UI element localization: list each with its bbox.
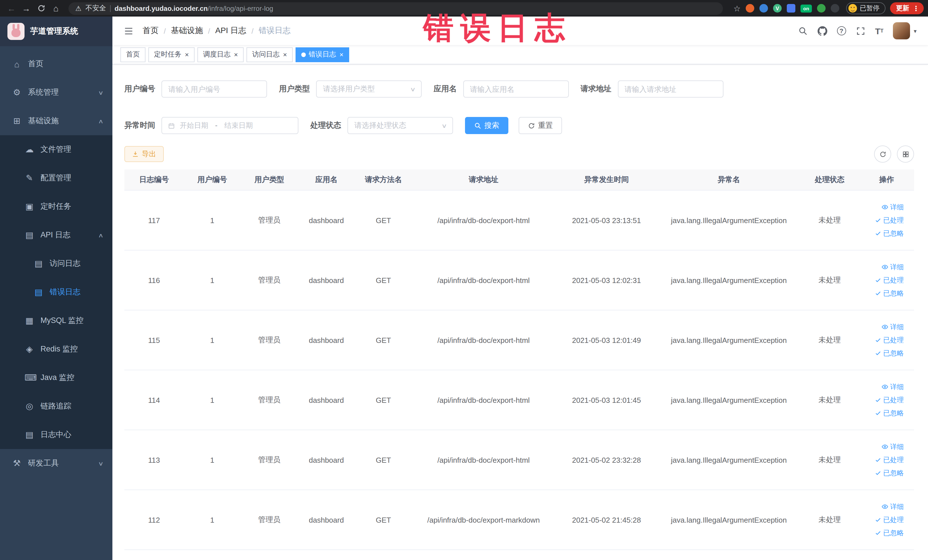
request-url-label: 请求地址 bbox=[580, 84, 611, 94]
back-icon[interactable]: ← bbox=[5, 2, 18, 15]
export-button[interactable]: 导出 bbox=[124, 146, 163, 162]
detail-link[interactable]: 详细 bbox=[882, 500, 904, 513]
column-settings-button[interactable] bbox=[897, 145, 914, 163]
ignored-link[interactable]: 已忽略 bbox=[875, 347, 904, 359]
process-status-select[interactable]: 请选择处理状态 ∨ bbox=[348, 117, 453, 134]
breadcrumb-home[interactable]: 首页 bbox=[143, 26, 159, 36]
tab-1[interactable]: 定时任务× bbox=[148, 47, 195, 62]
sidebar-item-infrastructure[interactable]: ⊞基础设施∧ bbox=[0, 107, 112, 135]
detail-link[interactable]: 详细 bbox=[882, 381, 904, 393]
user-id-input[interactable] bbox=[162, 81, 267, 98]
extension-orange-icon[interactable] bbox=[746, 4, 754, 12]
cell-time: 2021-05-02 23:32:28 bbox=[555, 430, 658, 490]
ignored-link[interactable]: 已忽略 bbox=[875, 227, 904, 240]
tab-close-icon[interactable]: × bbox=[339, 50, 343, 58]
cell-id: 114 bbox=[124, 370, 184, 430]
extension-on-icon[interactable]: on bbox=[800, 4, 812, 12]
logo-bar[interactable]: 芋道管理系统 bbox=[0, 17, 112, 46]
cell-id: 113 bbox=[124, 430, 184, 490]
cell-status: 未处理 bbox=[800, 191, 859, 250]
tab-0[interactable]: 首页 bbox=[121, 47, 145, 62]
cell-method: GET bbox=[355, 430, 412, 490]
tab-close-icon[interactable]: × bbox=[185, 50, 189, 58]
font-size-icon[interactable]: TT bbox=[875, 26, 884, 36]
sidebar: 芋道管理系统 ⌂首页⚙系统管理∨⊞基础设施∧☁文件管理✎配置管理▣定时任务▤AP… bbox=[0, 17, 112, 560]
tab-3[interactable]: 访问日志× bbox=[246, 47, 293, 62]
sidebar-item-trace[interactable]: ◎链路追踪 bbox=[0, 392, 112, 421]
tab-2[interactable]: 调度日志× bbox=[197, 47, 244, 62]
sidebar-item-java-monitor[interactable]: ⌨Java 监控 bbox=[0, 363, 112, 392]
github-icon[interactable] bbox=[818, 26, 827, 36]
extension-green-icon[interactable] bbox=[817, 4, 826, 12]
system-management-icon: ⚙ bbox=[12, 87, 22, 98]
sidebar-item-file-management[interactable]: ☁文件管理 bbox=[0, 135, 112, 164]
reset-button[interactable]: 重置 bbox=[519, 117, 562, 134]
sidebar-item-redis-monitor[interactable]: ◈Redis 监控 bbox=[0, 335, 112, 363]
browser-menu-icon[interactable]: ⋮ bbox=[913, 4, 919, 12]
tab-close-icon[interactable]: × bbox=[234, 50, 238, 58]
tab-4[interactable]: 错误日志× bbox=[296, 47, 349, 62]
detail-link[interactable]: 详细 bbox=[882, 320, 904, 333]
sidebar-item-error-log[interactable]: ▤错误日志 bbox=[0, 278, 112, 307]
processed-link[interactable]: 已处理 bbox=[875, 514, 904, 526]
tab-label: 访问日志 bbox=[252, 50, 279, 60]
extension-dark-icon[interactable] bbox=[831, 4, 839, 12]
sidebar-item-system-management[interactable]: ⚙系统管理∨ bbox=[0, 78, 112, 107]
cell-status: 未处理 bbox=[800, 310, 859, 370]
detail-link[interactable]: 详细 bbox=[882, 441, 904, 453]
sidebar-item-api-log[interactable]: ▤API 日志∧ bbox=[0, 221, 112, 249]
user-menu[interactable]: ▾ bbox=[893, 22, 917, 40]
sidebar-item-mysql-monitor[interactable]: ▦MySQL 监控 bbox=[0, 307, 112, 335]
forward-icon[interactable]: → bbox=[20, 2, 33, 15]
detail-link[interactable]: 详细 bbox=[882, 261, 904, 273]
tab-close-icon[interactable]: × bbox=[283, 50, 287, 58]
refresh-button[interactable] bbox=[874, 145, 891, 163]
breadcrumb-infrastructure[interactable]: 基础设施 bbox=[171, 26, 203, 36]
column-header: 请求方法名 bbox=[355, 169, 412, 190]
search-button[interactable]: 搜索 bbox=[465, 117, 508, 134]
chevron-down-icon: ∨ bbox=[441, 122, 447, 129]
app-name-input[interactable] bbox=[463, 81, 569, 98]
sidebar-item-home[interactable]: ⌂首页 bbox=[0, 50, 112, 78]
processed-link[interactable]: 已处理 bbox=[875, 334, 904, 346]
processed-link[interactable]: 已处理 bbox=[875, 274, 904, 287]
ignored-link[interactable]: 已忽略 bbox=[875, 407, 904, 420]
processed-link[interactable]: 已处理 bbox=[875, 214, 904, 226]
extension-vue-icon[interactable]: V bbox=[773, 4, 781, 12]
chrome-update-button[interactable]: 更新 ⋮ bbox=[890, 2, 923, 14]
reload-icon[interactable] bbox=[34, 2, 48, 15]
redis-monitor-icon: ◈ bbox=[24, 344, 34, 354]
user-type-select[interactable]: 请选择用户类型 ∨ bbox=[316, 81, 422, 98]
date-range-picker[interactable]: 开始日期 - 结束日期 bbox=[162, 117, 298, 134]
detail-link[interactable]: 详细 bbox=[882, 201, 904, 214]
breadcrumb-api-log[interactable]: API 日志 bbox=[215, 26, 246, 36]
fullscreen-icon[interactable] bbox=[856, 26, 865, 36]
user-id-label: 用户编号 bbox=[124, 84, 155, 94]
extension-grid-icon[interactable] bbox=[787, 4, 795, 12]
access-log-icon: ▤ bbox=[34, 258, 43, 269]
address-bar[interactable]: ⚠ 不安全 dashboard.yudao.iocoder.cn/infra/l… bbox=[69, 2, 723, 15]
bookmark-star-icon[interactable]: ☆ bbox=[733, 4, 740, 13]
ignored-link[interactable]: 已忽略 bbox=[875, 467, 904, 479]
logo-image bbox=[8, 23, 24, 40]
ignored-link[interactable]: 已忽略 bbox=[875, 526, 904, 539]
search-icon[interactable] bbox=[798, 26, 808, 36]
paused-label: 已暂停 bbox=[860, 4, 879, 12]
sidebar-item-dev-tools[interactable]: ⚒研发工具∨ bbox=[0, 449, 112, 478]
processed-link[interactable]: 已处理 bbox=[875, 394, 904, 406]
profile-paused-badge[interactable]: 已暂停 bbox=[846, 2, 885, 14]
sidebar-item-config-management[interactable]: ✎配置管理 bbox=[0, 164, 112, 192]
cell-method: GET bbox=[355, 370, 412, 430]
request-url-input[interactable] bbox=[618, 81, 723, 98]
sidebar-item-log-center[interactable]: ▤日志中心 bbox=[0, 421, 112, 449]
tab-label: 错误日志 bbox=[309, 50, 336, 60]
browser-home-icon[interactable]: ⌂ bbox=[49, 2, 63, 15]
ignored-link[interactable]: 已忽略 bbox=[875, 287, 904, 299]
sidebar-item-scheduled-jobs[interactable]: ▣定时任务 bbox=[0, 192, 112, 221]
sidebar-menu: ⌂首页⚙系统管理∨⊞基础设施∧☁文件管理✎配置管理▣定时任务▤API 日志∧▤访… bbox=[0, 46, 112, 478]
help-icon[interactable]: ? bbox=[837, 26, 846, 35]
sidebar-item-access-log[interactable]: ▤访问日志 bbox=[0, 249, 112, 278]
hamburger-icon[interactable] bbox=[124, 26, 133, 36]
extension-blue-icon[interactable] bbox=[759, 4, 768, 12]
processed-link[interactable]: 已处理 bbox=[875, 453, 904, 466]
